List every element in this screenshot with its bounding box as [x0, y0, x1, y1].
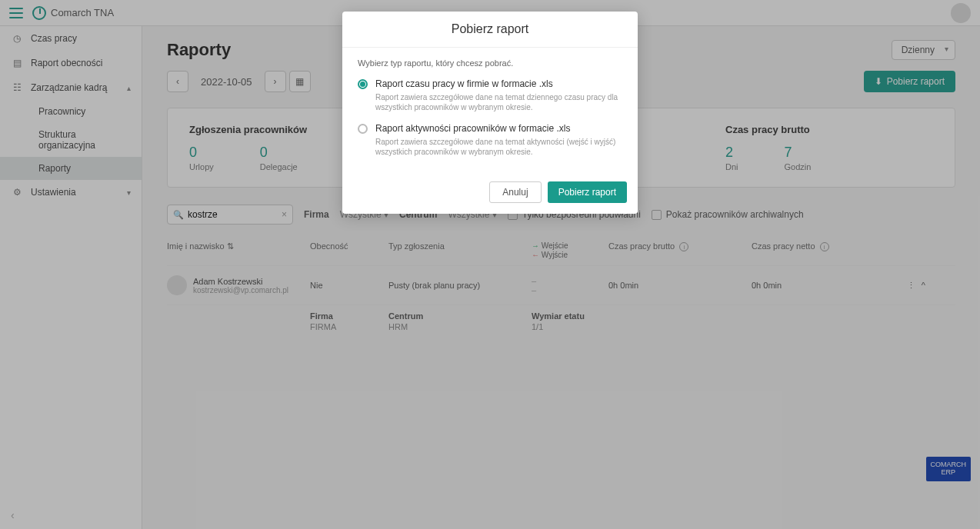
modal-title: Pobierz raport: [342, 12, 638, 48]
download-report-modal: Pobierz raport Wybierz typ raportu, któr…: [342, 12, 638, 214]
modal-confirm-button[interactable]: Pobierz raport: [548, 181, 627, 203]
radio-1-title: Raport czasu pracy w firmie w formacie .…: [375, 78, 622, 89]
modal-subtitle: Wybierz typ raportu, który chcesz pobrać…: [358, 58, 622, 68]
radio-1-desc: Raport zawiera szczegółowe dane na temat…: [375, 92, 622, 112]
radio-checked-icon: [358, 79, 368, 89]
modal-overlay[interactable]: Pobierz raport Wybierz typ raportu, któr…: [0, 0, 980, 529]
radio-2-desc: Raport zawiera szczegółowe dane na temat…: [375, 137, 622, 157]
radio-2-title: Raport aktywności pracowników w formacie…: [375, 123, 622, 134]
modal-cancel-button[interactable]: Anuluj: [489, 181, 541, 203]
radio-option-1[interactable]: Raport czasu pracy w firmie w formacie .…: [358, 78, 622, 112]
radio-option-2[interactable]: Raport aktywności pracowników w formacie…: [358, 123, 622, 157]
radio-unchecked-icon: [358, 124, 368, 134]
